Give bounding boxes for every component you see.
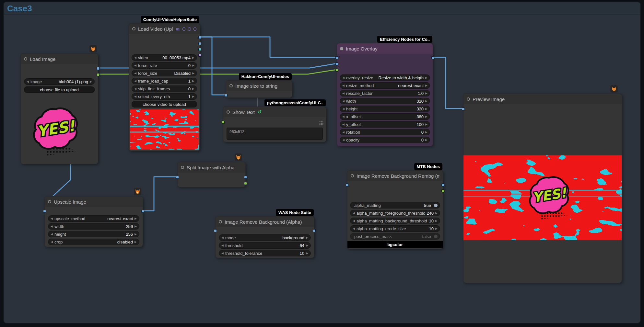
node-header[interactable]: Load Video (Upload): [129, 24, 200, 34]
widget-frame-load-cap[interactable]: frame_load_cap 1: [132, 78, 197, 84]
input-slot-image[interactable]: [43, 210, 46, 213]
node-header[interactable]: Preview Image: [463, 94, 622, 104]
node-header[interactable]: Image Overlay: [337, 43, 433, 54]
increment-arrow-icon[interactable]: [425, 131, 427, 134]
increment-arrow-icon[interactable]: [425, 139, 427, 141]
increment-arrow-icon[interactable]: [435, 212, 438, 215]
widget-crop[interactable]: crop disabled: [48, 239, 139, 245]
output-slot-image[interactable]: [441, 184, 444, 186]
increment-arrow-icon[interactable]: [192, 64, 194, 67]
decrement-arrow-icon[interactable]: [51, 225, 53, 228]
decrement-arrow-icon[interactable]: [134, 80, 136, 83]
widget-video[interactable]: video 00_00053.mp4: [132, 54, 197, 61]
graph-canvas[interactable]: Case3 ComfyUI-VideoHelperSuite Hakkun-Co…: [0, 0, 644, 327]
widget-image[interactable]: image blob004 (1).png: [24, 78, 95, 85]
increment-arrow-icon[interactable]: [425, 100, 427, 103]
widget-rotation[interactable]: rotation 0: [340, 129, 430, 135]
collapse-dot-icon[interactable]: [227, 110, 230, 114]
node-load-video[interactable]: Load Video (Upload) video 00_00053.mp4 f…: [129, 23, 200, 151]
decrement-arrow-icon[interactable]: [134, 87, 136, 90]
input-slot-image[interactable]: [214, 229, 217, 232]
output-slot-image[interactable]: [97, 67, 100, 70]
show-text-output[interactable]: 960x512: [227, 128, 323, 140]
collapse-dot-icon[interactable]: [467, 97, 470, 101]
increment-arrow-icon[interactable]: [135, 233, 137, 236]
resize-grid-icon[interactable]: [319, 121, 323, 125]
decrement-arrow-icon[interactable]: [342, 139, 345, 141]
decrement-arrow-icon[interactable]: [342, 100, 345, 103]
output-slot-frame-count[interactable]: [198, 42, 201, 45]
increment-arrow-icon[interactable]: [192, 56, 194, 59]
output-slot-image[interactable]: [141, 210, 144, 213]
decrement-arrow-icon[interactable]: [134, 72, 136, 75]
increment-arrow-icon[interactable]: [192, 80, 194, 83]
input-slot-text[interactable]: [222, 121, 225, 124]
increment-arrow-icon[interactable]: [435, 227, 438, 230]
increment-arrow-icon[interactable]: [425, 76, 427, 79]
decrement-arrow-icon[interactable]: [221, 252, 224, 255]
collapse-dot-icon[interactable]: [229, 84, 233, 87]
widget-skip-first-frames[interactable]: skip_first_frames 0: [132, 85, 197, 92]
output-slot-image[interactable]: [313, 229, 316, 232]
increment-arrow-icon[interactable]: [192, 95, 194, 98]
node-upscale-image[interactable]: Upscale Image upscale_method nearest-exa…: [44, 196, 143, 247]
widget-post-process-mask[interactable]: post_process_mask false: [350, 233, 440, 240]
decrement-arrow-icon[interactable]: [342, 92, 345, 95]
output-slot-mask[interactable]: [441, 189, 444, 192]
widget-width[interactable]: width 320: [340, 98, 430, 104]
input-slot-optional-mask[interactable]: [335, 69, 338, 72]
widget-threshold-tolerance[interactable]: threshold_tolerance 10: [219, 250, 311, 256]
decrement-arrow-icon[interactable]: [134, 95, 136, 98]
input-slot-base-image[interactable]: [335, 56, 338, 59]
output-slot-mask[interactable]: [97, 73, 100, 76]
input-slot-image[interactable]: [346, 184, 349, 186]
decrement-arrow-icon[interactable]: [342, 76, 345, 79]
widget-rescale-factor[interactable]: rescale_factor 1.0: [340, 90, 430, 96]
collapse-dot-icon[interactable]: [48, 200, 51, 203]
decrement-arrow-icon[interactable]: [342, 123, 345, 126]
increment-arrow-icon[interactable]: [306, 236, 308, 239]
increment-arrow-icon[interactable]: [425, 115, 427, 118]
input-slot-image[interactable]: [225, 94, 228, 97]
decrement-arrow-icon[interactable]: [353, 212, 355, 215]
node-image-size-to-string[interactable]: Image size to string: [226, 80, 292, 98]
widget-overlay-resize[interactable]: overlay_resize Resize to width & heigth: [340, 74, 430, 81]
toggle-knob[interactable]: [434, 204, 438, 207]
decrement-arrow-icon[interactable]: [342, 84, 345, 87]
increment-arrow-icon[interactable]: [192, 72, 194, 75]
collapse-dot-icon[interactable]: [351, 174, 354, 177]
increment-arrow-icon[interactable]: [192, 87, 194, 90]
output-slot-image[interactable]: [244, 176, 247, 179]
widget-width[interactable]: width 256: [48, 223, 139, 230]
output-slot-audio[interactable]: [198, 48, 201, 51]
increment-arrow-icon[interactable]: [306, 244, 308, 247]
node-show-text[interactable]: Show Text ↺ 960x512: [223, 107, 326, 142]
toggle-knob[interactable]: [434, 235, 438, 238]
widget-force-size[interactable]: force_size Disabled: [132, 70, 197, 76]
widget-upscale-method[interactable]: upscale_method nearest-exact: [48, 215, 139, 222]
node-header[interactable]: Load Image: [21, 54, 98, 64]
decrement-arrow-icon[interactable]: [134, 56, 136, 59]
increment-arrow-icon[interactable]: [135, 217, 137, 220]
increment-arrow-icon[interactable]: [425, 84, 427, 87]
decrement-arrow-icon[interactable]: [221, 244, 224, 247]
widget-alpha-matting-background-threshold[interactable]: alpha_matting_background_threshold 10: [350, 218, 440, 224]
increment-arrow-icon[interactable]: [90, 80, 92, 83]
increment-arrow-icon[interactable]: [135, 241, 137, 243]
decrement-arrow-icon[interactable]: [221, 236, 224, 239]
output-slot-image[interactable]: [198, 36, 201, 39]
choose-file-button[interactable]: choose file to upload: [24, 86, 95, 93]
input-slot-images[interactable]: [462, 107, 465, 110]
decrement-arrow-icon[interactable]: [342, 107, 345, 110]
output-slot-mask[interactable]: [244, 182, 247, 185]
increment-arrow-icon[interactable]: [306, 252, 308, 255]
widget-resize-method[interactable]: resize_method nearest-exact: [340, 82, 430, 89]
decrement-arrow-icon[interactable]: [342, 131, 345, 134]
decrement-arrow-icon[interactable]: [134, 64, 136, 67]
decrement-arrow-icon[interactable]: [51, 217, 53, 220]
widget-x-offset[interactable]: x_offset 380: [340, 113, 430, 120]
widget-alpha-matting[interactable]: alpha_matting true: [350, 202, 440, 209]
widget-alpha-matting-foreground-threshold[interactable]: alpha_matting_foreground_threshold 240: [350, 210, 440, 216]
collapse-dot-icon[interactable]: [340, 47, 343, 50]
widget-y-offset[interactable]: y_offset 100: [340, 121, 430, 128]
